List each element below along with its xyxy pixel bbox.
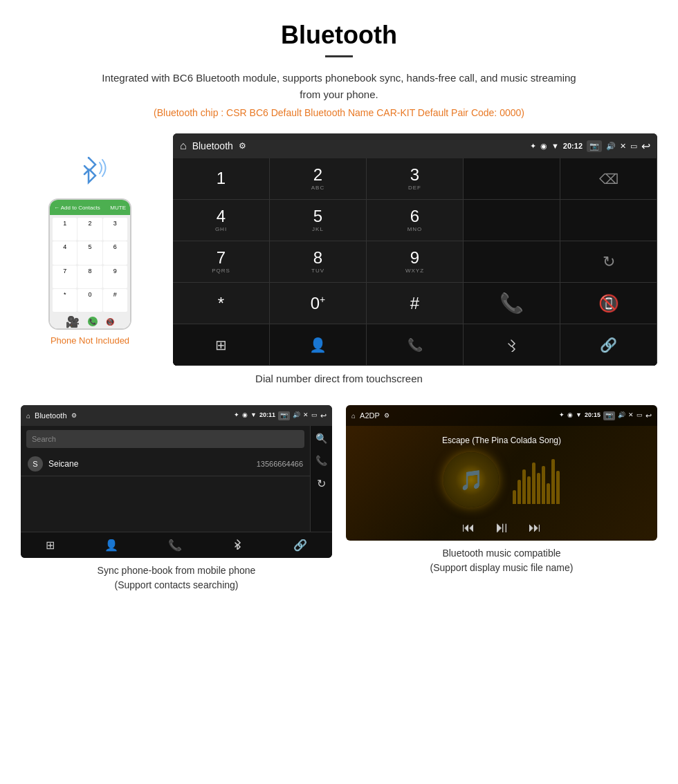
- phone-key-hash: #: [103, 289, 127, 312]
- phone-key-2: 2: [77, 218, 102, 241]
- dial-key-3[interactable]: 3 DEF: [367, 158, 464, 200]
- phone-key-8: 8: [77, 265, 102, 288]
- close-icon[interactable]: ✕: [620, 142, 626, 151]
- call-green-button[interactable]: 📞: [464, 283, 560, 324]
- key-6-main: 6: [410, 208, 419, 225]
- phone-key-star: *: [53, 289, 77, 312]
- phone-call-button[interactable]: 📞: [88, 317, 98, 326]
- dial-key-star[interactable]: *: [173, 283, 270, 324]
- dial-key-8[interactable]: 8 TUV: [270, 241, 367, 283]
- phone-key-6: 6: [103, 241, 127, 264]
- waveform-bar-7: [542, 466, 545, 504]
- bottom-screenshots: ⌂ Bluetooth ⚙ ✦ ◉ ▼ 20:11 📷 🔊 ✕ ▭ ↩: [0, 405, 678, 592]
- toolbar-bluetooth[interactable]: [464, 324, 560, 366]
- call-red-button[interactable]: 📵: [560, 283, 657, 324]
- waveform-bar-5: [532, 463, 535, 504]
- dial-key-4[interactable]: 4 GHI: [173, 200, 270, 241]
- description: Integrated with BC6 Bluetooth module, su…: [97, 70, 581, 103]
- dial-key-7[interactable]: 7 PQRS: [173, 241, 270, 283]
- dial-key-0[interactable]: 0+: [270, 283, 367, 324]
- key-7-main: 7: [217, 250, 226, 266]
- dial-key-9[interactable]: 9 WXYZ: [367, 241, 464, 283]
- red-phone-icon: 📵: [598, 294, 619, 313]
- pb-call-side-icon[interactable]: 📞: [315, 455, 327, 466]
- key-1-main: 1: [217, 170, 226, 187]
- music-bt-icon: ✦: [559, 411, 565, 420]
- dial-key-2[interactable]: 2 ABC: [270, 158, 367, 200]
- music-home-icon[interactable]: ⌂: [351, 412, 356, 420]
- refresh-button[interactable]: ↻: [560, 241, 657, 283]
- key-5-main: 5: [313, 208, 322, 225]
- camera-icon[interactable]: 📷: [587, 140, 602, 152]
- green-phone-icon: 📞: [500, 292, 524, 315]
- pb-home-icon[interactable]: ⌂: [26, 412, 30, 420]
- toolbar-contacts[interactable]: 👤: [270, 324, 367, 366]
- skip-back-button[interactable]: ⏮: [462, 521, 475, 535]
- pb-back-icon[interactable]: ↩: [320, 411, 327, 420]
- phonebook-screenshot: ⌂ Bluetooth ⚙ ✦ ◉ ▼ 20:11 📷 🔊 ✕ ▭ ↩: [21, 405, 332, 592]
- pb-win-icon[interactable]: ▭: [311, 411, 318, 420]
- pb-tb-link-icon[interactable]: 🔗: [293, 539, 307, 552]
- pb-cam-icon[interactable]: 📷: [278, 411, 290, 420]
- key-4-sub: GHI: [215, 226, 227, 232]
- music-usb-icon: ⚙: [384, 412, 390, 419]
- phone-key-0: 0: [77, 289, 102, 312]
- phone-key-1: 1: [53, 218, 77, 241]
- music-location-icon: ◉: [567, 411, 573, 420]
- music-close-icon[interactable]: ✕: [628, 411, 634, 420]
- pb-tb-bluetooth-icon: [232, 539, 244, 550]
- dialpad-screen-header: ⌂ Bluetooth ⚙ ✦ ◉ ▼ 20:12 📷 🔊 ✕ ▭ ↩: [173, 133, 657, 158]
- phone-key-5: 5: [77, 241, 102, 264]
- home-icon[interactable]: ⌂: [180, 140, 187, 152]
- toolbar-dialpad[interactable]: ⊞: [173, 324, 270, 366]
- pb-contact-row[interactable]: S Seicane 13566664466: [21, 452, 310, 476]
- music-song-title: Escape (The Pina Colada Song): [442, 436, 561, 445]
- waveform-bar-6: [537, 473, 540, 504]
- key-6-sub: MNO: [407, 226, 423, 232]
- pb-tb-bt-icon[interactable]: [232, 539, 244, 552]
- pb-search-side-icon[interactable]: 🔍: [315, 433, 327, 444]
- pb-contact-letter: S: [28, 456, 43, 472]
- waveform-bar-2: [517, 480, 521, 504]
- pb-bt-icon: ✦: [234, 411, 239, 420]
- back-icon[interactable]: ↩: [641, 140, 650, 153]
- dial-key-6[interactable]: 6 MNO: [367, 200, 464, 241]
- pb-caption-line2: (Support contacts searching): [115, 579, 239, 590]
- music-vol-icon[interactable]: 🔊: [618, 411, 625, 420]
- waveform-bar-10: [556, 471, 560, 504]
- volume-icon[interactable]: 🔊: [606, 142, 616, 151]
- pb-tb-phone-icon[interactable]: 📞: [168, 539, 182, 552]
- pb-search-bar[interactable]: Search: [26, 430, 304, 448]
- pb-header: ⌂ Bluetooth ⚙ ✦ ◉ ▼ 20:11 📷 🔊 ✕ ▭ ↩: [21, 405, 332, 426]
- dial-key-5[interactable]: 5 JKL: [270, 200, 367, 241]
- waveform-bar-4: [527, 476, 531, 504]
- key-2-sub: ABC: [311, 185, 324, 191]
- pb-tb-contacts-icon[interactable]: 👤: [104, 539, 118, 552]
- key-8-main: 8: [313, 250, 322, 266]
- music-screenshot: ⌂ A2DP ⚙ ✦ ◉ ▼ 20:15 📷 🔊 ✕ ▭ ↩: [346, 405, 657, 592]
- skip-fwd-button[interactable]: ⏭: [529, 521, 541, 535]
- pb-tb-dialpad-icon[interactable]: ⊞: [46, 539, 55, 552]
- key-9-main: 9: [410, 250, 419, 266]
- phone-bar-left: ← Add to Contacts: [54, 205, 100, 211]
- pb-bottom-toolbar: ⊞ 👤 📞 🔗: [21, 532, 332, 558]
- pb-vol-icon[interactable]: 🔊: [293, 411, 300, 420]
- pb-refresh-side-icon[interactable]: ↻: [317, 477, 326, 490]
- dial-key-hash[interactable]: #: [367, 283, 464, 324]
- wifi-icon: ▼: [551, 142, 559, 150]
- backspace-button[interactable]: ⌫: [560, 158, 657, 200]
- toolbar-phone[interactable]: 📞: [367, 324, 464, 366]
- music-win-icon[interactable]: ▭: [636, 411, 643, 420]
- key-3-main: 3: [410, 167, 419, 183]
- dial-key-1[interactable]: 1: [173, 158, 270, 200]
- dialpad-title: Bluetooth: [192, 140, 233, 151]
- pb-contacts-list: Search S Seicane 13566664466: [21, 426, 310, 532]
- key-0-main: 0+: [311, 295, 326, 312]
- play-pause-button[interactable]: ⏯: [494, 519, 509, 536]
- pb-close-icon[interactable]: ✕: [303, 411, 309, 420]
- window-icon[interactable]: ▭: [630, 142, 637, 151]
- toolbar-link[interactable]: 🔗: [560, 324, 657, 366]
- music-back-icon[interactable]: ↩: [645, 411, 652, 420]
- pb-main-area: Search S Seicane 13566664466 🔍 📞 ↻: [21, 426, 332, 532]
- music-cam-icon[interactable]: 📷: [603, 411, 615, 420]
